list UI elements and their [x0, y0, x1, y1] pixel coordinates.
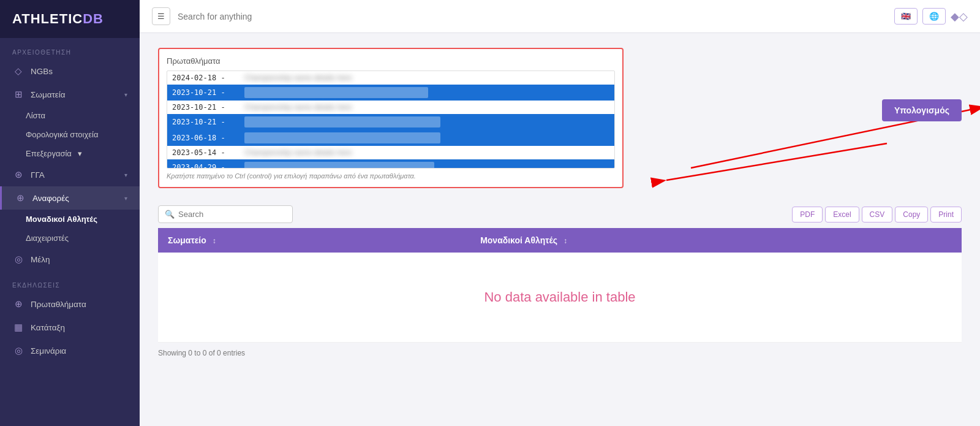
sidebar-item-label: Κατάταξη	[31, 323, 65, 332]
championship-box-title: Πρωταθλήματα	[167, 56, 615, 66]
sort-icon-2: ↕	[564, 237, 567, 245]
chevron-icon: ▾	[124, 172, 127, 178]
sidebar-sub-label: Λίστα	[26, 111, 45, 120]
sidebar-sub-label: Μοναδικοί Αθλητές	[26, 215, 97, 224]
chevron-icon: ▾	[124, 195, 127, 202]
championship-hint: Κρατήστε πατημένο το Ctrl (control) για …	[167, 172, 615, 180]
sidebar-sub-item-monadikoi[interactable]: Μοναδικοί Αθλητές	[0, 210, 140, 229]
sidebar-sub-label: Επεξεργασία	[26, 149, 72, 158]
export-buttons: PDF Excel CSV Copy Print	[792, 207, 962, 223]
sidebar-item-label: Μέλη	[31, 255, 50, 264]
language-button-en[interactable]: 🇬🇧	[894, 8, 918, 25]
anafores-icon: ⊕	[14, 192, 26, 203]
search-icon: 🔍	[165, 210, 175, 219]
print-button[interactable]: Print	[930, 207, 962, 223]
globe-icon: 🌐	[929, 12, 939, 21]
table-row-nodata: No data available in table	[158, 253, 962, 343]
language-button-gr[interactable]: 🌐	[922, 8, 946, 25]
sidebar-item-mélh[interactable]: ◎ Μέλη	[0, 248, 140, 271]
table-search-box: 🔍	[158, 205, 293, 223]
sidebar-item-somateía[interactable]: ⊞ Σωματεία ▾	[0, 83, 140, 106]
protathlimata-icon: ⊕	[12, 299, 24, 310]
sidebar-sub-label: Διαχειριστές	[26, 234, 69, 243]
logo-part2: DB	[83, 11, 104, 26]
menu-button[interactable]: ☰	[152, 7, 170, 25]
champ-option[interactable]: 2023-10-21 -	[167, 85, 614, 101]
section-title-archive: ΑΡΧΕΙΟΘΕΤΗΣΗ	[0, 38, 140, 59]
chevron-icon: ▾	[78, 149, 82, 158]
gga-icon: ⊛	[12, 169, 24, 180]
sidebar-item-label: NGBs	[31, 67, 53, 76]
champ-option[interactable]: 2024-02-18 -Championship name details he…	[167, 71, 614, 85]
topbar-search-input[interactable]	[178, 12, 887, 21]
showing-entries: Showing 0 to 0 of 0 entries	[158, 349, 962, 357]
col-somatéio[interactable]: Σωματείο ↕	[158, 228, 470, 253]
somateía-icon: ⊞	[12, 89, 24, 100]
sidebar-logo: ATHLETICDB	[0, 0, 140, 38]
championship-selector-box: Πρωταθλήματα 2024-02-18 -Championship na…	[158, 48, 624, 188]
champ-option[interactable]: 2023-10-21 -Championship name details he…	[167, 101, 614, 114]
champ-option[interactable]: 2023-06-18 -	[167, 130, 614, 146]
sidebar-item-gga[interactable]: ⊛ ΓΓΑ ▾	[0, 163, 140, 186]
csv-button[interactable]: CSV	[862, 207, 893, 223]
content-area: Πρωταθλήματα 2024-02-18 -Championship na…	[140, 33, 980, 426]
diamond-icon: ◆◇	[951, 10, 968, 23]
menu-icon: ☰	[157, 12, 165, 21]
table-search-input[interactable]	[178, 210, 286, 219]
chevron-icon: ▾	[124, 91, 127, 98]
sidebar: ATHLETICDB ΑΡΧΕΙΟΘΕΤΗΣΗ ◇ NGBs ⊞ Σωματεί…	[0, 0, 140, 426]
excel-button[interactable]: Excel	[825, 207, 859, 223]
main-area: ☰ 🇬🇧 🌐 ◆◇ Πρωταθλήματα 2024-02-18 -Champ…	[140, 0, 980, 426]
sidebar-sub-item-epexergasia[interactable]: Επεξεργασία ▾	[0, 144, 140, 163]
mélh-icon: ◎	[12, 254, 24, 265]
champ-option[interactable]: 2023-10-21 -	[167, 114, 614, 130]
seminaria-icon: ◎	[12, 345, 24, 356]
col-monadikoi[interactable]: Μοναδικοί Αθλητές ↕	[470, 228, 962, 253]
table-toolbar: 🔍 PDF Excel CSV Copy Print	[158, 205, 962, 223]
logo-part1: ATHLETIC	[12, 11, 83, 26]
sidebar-item-anafores[interactable]: ⊕ Αναφορές ▾	[0, 186, 140, 210]
sidebar-sub-item-forologika[interactable]: Φορολογικά στοιχεία	[0, 125, 140, 144]
sidebar-item-protathlimata[interactable]: ⊕ Πρωταθλήματα	[0, 292, 140, 316]
championship-select[interactable]: 2024-02-18 -Championship name details he…	[167, 70, 615, 169]
topbar-right: 🇬🇧 🌐 ◆◇	[894, 8, 968, 25]
pdf-button[interactable]: PDF	[792, 207, 823, 223]
katataxi-icon: ▦	[12, 322, 24, 333]
sidebar-item-label: Σωματεία	[31, 90, 66, 99]
section-title-events: ΕΚΔΗΛΩΣΕΙΣ	[0, 271, 140, 292]
sidebar-item-ngbs[interactable]: ◇ NGBs	[0, 59, 140, 83]
sidebar-item-label: Πρωταθλήματα	[31, 300, 86, 309]
champ-option[interactable]: 2023-05-14 -Championship name details he…	[167, 146, 614, 159]
sidebar-sub-item-lista[interactable]: Λίστα	[0, 106, 140, 125]
sidebar-item-seminaria[interactable]: ◎ Σεμινάρια	[0, 339, 140, 362]
sidebar-item-label: Σεμινάρια	[31, 346, 66, 356]
ngbs-icon: ◇	[12, 66, 24, 77]
logo-text: ATHLETICDB	[12, 11, 104, 27]
sidebar-item-katataxi[interactable]: ▦ Κατάταξη	[0, 316, 140, 339]
svg-line-1	[666, 143, 887, 180]
no-data-message: No data available in table	[158, 253, 962, 343]
champ-option[interactable]: 2023-04-29 -	[167, 159, 614, 169]
data-table: Σωματείο ↕ Μοναδικοί Αθλητές ↕ No data a…	[158, 228, 962, 343]
sidebar-item-label: Αναφορές	[32, 194, 69, 203]
sidebar-item-label: ΓΓΑ	[31, 170, 45, 180]
sidebar-sub-label: Φορολογικά στοιχεία	[26, 130, 99, 139]
topbar: ☰ 🇬🇧 🌐 ◆◇	[140, 0, 980, 33]
sort-icon-1: ↕	[213, 237, 216, 245]
sidebar-sub-item-diaxiristés[interactable]: Διαχειριστές	[0, 229, 140, 248]
copy-button[interactable]: Copy	[895, 207, 928, 223]
flag-uk-icon: 🇬🇧	[901, 12, 911, 21]
calculate-button[interactable]: Υπολογισμός	[882, 99, 962, 121]
